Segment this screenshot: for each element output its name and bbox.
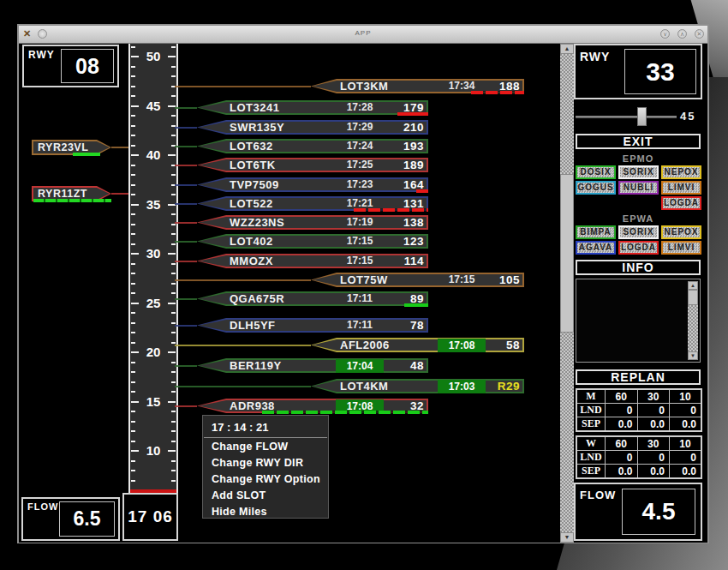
context-menu-item[interactable]: Change RWY DIR bbox=[203, 454, 328, 471]
flight-strip[interactable]: LOT40217:15123 bbox=[197, 234, 428, 249]
fix-button[interactable]: SORIX bbox=[618, 165, 659, 179]
ruler-tick bbox=[131, 381, 135, 383]
scrollbar-thumb[interactable] bbox=[560, 174, 574, 333]
info-button[interactable]: INFO bbox=[576, 260, 701, 275]
replan-button[interactable]: REPLAN bbox=[576, 369, 701, 385]
table-cell: 10 bbox=[670, 389, 702, 404]
context-menu-item[interactable]: Hide Miles bbox=[203, 503, 328, 519]
flight-strip[interactable]: MMOZX17:15114 bbox=[197, 254, 428, 268]
left-runway-value: 08 bbox=[61, 49, 114, 83]
fix-button[interactable]: SORIX bbox=[618, 225, 659, 239]
context-menu-item[interactable]: Change RWY Option bbox=[203, 471, 328, 487]
right-flow-value: 4.5 bbox=[622, 489, 695, 535]
flight-strip[interactable]: WZZ23NS17:19138 bbox=[197, 215, 428, 230]
group-label-epwa: EPWA bbox=[576, 213, 701, 224]
flight-strip[interactable]: LOT4KM17:03R29 bbox=[311, 379, 524, 393]
strip-leader-line bbox=[175, 386, 311, 387]
fix-button[interactable]: DOSIX bbox=[576, 165, 616, 179]
group-label-epmo: EPMO bbox=[576, 153, 701, 164]
table-cell: 60 bbox=[606, 389, 638, 404]
strip-eta: 17:08 bbox=[438, 339, 486, 352]
table-cell: 0.0 bbox=[670, 465, 702, 479]
window-maximize-button[interactable]: ∧ bbox=[677, 29, 687, 39]
flight-strip[interactable]: LOT324117:28179 bbox=[197, 100, 428, 115]
clock-value: 17 06 bbox=[128, 507, 173, 526]
flight-strip[interactable]: TVP750917:23164 bbox=[197, 177, 428, 192]
fix-button[interactable]: LIMVI bbox=[661, 181, 701, 195]
fix-button[interactable]: GOGUS bbox=[576, 181, 616, 195]
ruler-label: 50 bbox=[130, 49, 176, 63]
flight-strip[interactable]: LOT6TK17:25189 bbox=[197, 158, 428, 172]
flight-strip[interactable]: QGA675R17:1189 bbox=[197, 291, 428, 306]
strip-eta: 17:03 bbox=[438, 380, 486, 393]
strip-value: 105 bbox=[499, 273, 520, 286]
ruler-tick bbox=[131, 362, 135, 363]
info-panel[interactable]: ▲ ▼ bbox=[576, 279, 701, 363]
ruler-tick bbox=[131, 460, 135, 462]
replan-table: W603010LND000SEP0.00.00.0 bbox=[576, 435, 702, 479]
strip-eta: 17:19 bbox=[336, 216, 384, 228]
main-scrollbar[interactable]: ▲ ▼ bbox=[560, 44, 574, 543]
ruler-tick bbox=[171, 362, 176, 363]
table-cell: 10 bbox=[670, 436, 702, 451]
ruler-tick bbox=[171, 135, 176, 136]
replan-table: M603010LND000SEP0.00.00.0 bbox=[576, 388, 702, 432]
exit-button[interactable]: EXIT bbox=[576, 134, 701, 149]
flight-strip[interactable]: LOT52217:21131 bbox=[197, 196, 428, 211]
flight-strip[interactable]: LOT75W17:15105 bbox=[311, 273, 524, 287]
ruler-tick bbox=[131, 233, 135, 235]
ruler-tick bbox=[171, 332, 176, 333]
scrollbar-down-arrow[interactable]: ▼ bbox=[560, 532, 574, 543]
pending-leader-line bbox=[111, 193, 128, 195]
strip-callsign: LOT75W bbox=[340, 273, 388, 286]
info-scrollbar-up-arrow[interactable]: ▲ bbox=[688, 281, 698, 290]
fix-button[interactable]: LIMVI bbox=[661, 241, 701, 255]
pending-aircraft-label[interactable]: RYR11ZT bbox=[32, 186, 111, 201]
strip-leader-line bbox=[175, 203, 197, 205]
window-minimize-button[interactable]: ∨ bbox=[660, 29, 670, 39]
flight-strip[interactable]: LOT3KM17:34188 bbox=[311, 79, 524, 93]
ruler-label: 40 bbox=[130, 147, 176, 162]
fix-button[interactable]: AGAVA bbox=[576, 241, 616, 255]
flight-strip[interactable]: DLH5YF17:1178 bbox=[197, 318, 428, 333]
strip-leader-line bbox=[175, 345, 311, 346]
window-title: APP bbox=[19, 29, 707, 37]
strip-eta: 17:34 bbox=[438, 80, 486, 92]
window-titlebar[interactable]: ✕ APP ∨ ∧ ✕ bbox=[19, 26, 707, 44]
flight-strip[interactable]: LOT63217:24193 bbox=[197, 139, 428, 153]
fix-button[interactable]: BIMPA bbox=[576, 225, 616, 239]
info-scrollbar-thumb[interactable] bbox=[688, 290, 698, 305]
context-menu-item[interactable]: Change FLOW bbox=[203, 438, 328, 454]
strip-eta: 17:15 bbox=[438, 273, 486, 285]
range-slider-track[interactable] bbox=[576, 116, 677, 118]
pending-aircraft-label[interactable]: RYR23VL bbox=[32, 140, 111, 155]
strip-callsign: BER119Y bbox=[230, 359, 282, 372]
fix-button[interactable]: LOGDA bbox=[661, 196, 701, 210]
fix-button[interactable]: NEPOX bbox=[661, 165, 701, 179]
flight-strip[interactable]: SWR135Y17:29210 bbox=[197, 120, 428, 135]
context-menu-item[interactable]: Add SLOT bbox=[203, 487, 328, 503]
ruler-tick bbox=[131, 411, 135, 412]
fix-button[interactable]: LOGDA bbox=[618, 241, 659, 255]
ruler-tick bbox=[131, 421, 135, 423]
ruler-tick bbox=[131, 430, 135, 432]
strip-eta: 17:23 bbox=[336, 178, 384, 190]
table-cell: 0 bbox=[670, 451, 702, 465]
strip-callsign: QGA675R bbox=[230, 292, 284, 305]
window-close-button[interactable]: ✕ bbox=[695, 29, 704, 39]
desktop: { "window": { "title": "APP" }, "left": … bbox=[0, 0, 728, 570]
table-cell: 0 bbox=[637, 451, 670, 465]
scrollbar-up-arrow[interactable]: ▲ bbox=[560, 44, 574, 54]
context-menu: 17 : 14 : 21 Change FLOWChange RWY DIRCh… bbox=[202, 415, 329, 519]
strip-eta: 17:11 bbox=[336, 319, 384, 331]
flight-strip[interactable]: BER119Y17:0448 bbox=[197, 358, 428, 373]
fix-button[interactable]: NEPOX bbox=[661, 225, 701, 239]
info-scrollbar-down-arrow[interactable]: ▼ bbox=[688, 351, 698, 360]
left-runway-label: RWY bbox=[28, 49, 55, 61]
flight-strip[interactable]: ADR93817:0832 bbox=[197, 399, 428, 413]
info-scrollbar[interactable]: ▲ ▼ bbox=[688, 281, 698, 360]
fix-button[interactable]: NUBLI bbox=[618, 181, 659, 195]
strip-leader-line bbox=[175, 165, 197, 166]
range-slider-handle[interactable] bbox=[637, 107, 647, 126]
flight-strip[interactable]: AFL200617:0858 bbox=[311, 338, 524, 352]
